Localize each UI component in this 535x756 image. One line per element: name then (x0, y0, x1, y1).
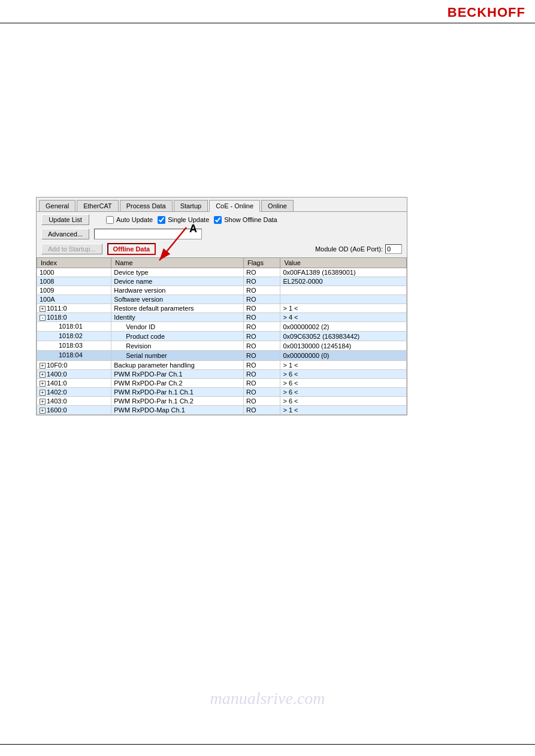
tab-startup[interactable]: Startup (174, 200, 208, 211)
module-od-input[interactable] (385, 244, 402, 254)
cell-value: > 6 < (280, 387, 407, 396)
cell-value: > 6 < (280, 378, 407, 387)
cell-index: -1018:0 (37, 313, 111, 322)
expand-icon[interactable]: + (40, 372, 46, 378)
index-value: 1403:0 (47, 397, 67, 405)
expand-icon[interactable]: + (40, 408, 46, 414)
tree-line (52, 323, 58, 330)
add-to-startup-button[interactable]: Add to Startup... (41, 244, 102, 254)
table-row[interactable]: 1009Hardware versionRO (37, 286, 407, 295)
auto-update-label: Auto Update (116, 216, 153, 223)
cell-index: 1018:04 (37, 351, 111, 360)
tree-line (52, 342, 58, 350)
table-row[interactable]: 1018:03RevisionRO0x00130000 (1245184) (37, 341, 407, 351)
cell-name: Identity (111, 313, 244, 322)
cell-name: Serial number (111, 351, 244, 360)
cell-name: PWM RxPDO-Map Ch.1 (111, 406, 244, 415)
cell-name: Revision (111, 341, 244, 351)
show-offline-data-checkbox[interactable] (214, 216, 222, 224)
cell-index: 1009 (37, 286, 111, 295)
cell-value: 0x00000002 (2) (280, 322, 407, 332)
update-list-button[interactable]: Update List (41, 214, 89, 225)
cell-name: PWM RxPDO-Par h.1 Ch.2 (111, 396, 244, 405)
table-row[interactable]: -1018:0IdentityRO> 4 < (37, 313, 407, 322)
tree-line (52, 353, 58, 360)
cell-flags: RO (244, 406, 280, 415)
cell-flags: RO (244, 341, 280, 351)
table-row[interactable]: 1018:02Product codeRO0x09C63052 (1639834… (37, 332, 407, 341)
cell-index: 1018:03 (37, 341, 111, 351)
cell-flags: RO (244, 286, 280, 295)
tab-process-data[interactable]: Process Data (120, 200, 173, 211)
expand-icon[interactable]: + (40, 390, 46, 396)
col-index: Index (37, 258, 111, 268)
expand-icon[interactable]: + (40, 306, 46, 312)
advanced-input (94, 229, 202, 239)
data-table: Index Name Flags Value 1000Device typeRO… (37, 257, 407, 415)
cell-index: +1011:0 (37, 304, 111, 313)
toolbar-row2: Advanced... (37, 227, 407, 242)
single-update-checkbox[interactable] (158, 216, 165, 224)
table-row[interactable]: +1600:0PWM RxPDO-Map Ch.1RO> 1 < (37, 406, 407, 415)
offline-data-button[interactable]: Offline Data (107, 243, 156, 255)
cell-flags: RO (244, 387, 280, 396)
module-od-group: Module OD (AoE Port): (315, 244, 402, 254)
table-row[interactable]: +1401:0PWM RxPDO-Par Ch.2RO> 6 < (37, 378, 407, 387)
cell-value (280, 295, 407, 304)
show-offline-data-label: Show Offline Data (224, 216, 277, 223)
cell-name: Backup parameter handling (111, 360, 244, 369)
cell-name: Software version (111, 295, 244, 304)
collapse-icon[interactable]: - (40, 315, 46, 321)
index-value: 1600:0 (47, 406, 67, 414)
table-row[interactable]: 1018:01Vendor IDRO0x00000002 (2) (37, 322, 407, 332)
index-value: 1011:0 (47, 305, 67, 312)
index-value: 1401:0 (47, 379, 67, 387)
tab-coe-online[interactable]: CoE - Online (209, 200, 260, 212)
beckhoff-logo: BECKHOFF (448, 5, 525, 20)
cell-name: PWM RxPDO-Par Ch.1 (111, 369, 244, 378)
cell-name: Restore default parameters (111, 304, 244, 313)
table-header-row: Index Name Flags Value (37, 258, 407, 268)
table-row[interactable]: 1018:04Serial numberRO0x00000000 (0) (37, 351, 407, 360)
tabs-bar: General EtherCAT Process Data Startup Co… (37, 198, 407, 212)
header: BECKHOFF (0, 0, 535, 23)
cell-flags: RO (244, 360, 280, 369)
table-row[interactable]: +10F0:0Backup parameter handlingRO> 1 < (37, 360, 407, 369)
expand-icon[interactable]: + (40, 363, 46, 369)
cell-flags: RO (244, 313, 280, 322)
cell-index: +1600:0 (37, 406, 111, 415)
cell-name: PWM RxPDO-Par Ch.2 (111, 378, 244, 387)
tree-line (52, 333, 58, 340)
cell-value: > 1 < (280, 304, 407, 313)
cell-index: 1008 (37, 277, 111, 286)
cell-name: Device name (111, 277, 244, 286)
tab-general[interactable]: General (39, 200, 75, 211)
table-row[interactable]: +1400:0PWM RxPDO-Par Ch.1RO> 6 < (37, 369, 407, 378)
cell-index: 100A (37, 295, 111, 304)
table-row[interactable]: 1008Device nameROEL2502-0000 (37, 277, 407, 286)
advanced-button[interactable]: Advanced... (41, 229, 89, 239)
table-row[interactable]: +1403:0PWM RxPDO-Par h.1 Ch.2RO> 6 < (37, 396, 407, 405)
index-value: 1018:01 (59, 323, 83, 330)
index-value: 1400:0 (47, 371, 67, 378)
table-row[interactable]: +1402:0PWM RxPDO-Par h.1 Ch.1RO> 6 < (37, 387, 407, 396)
table-row[interactable]: 1000Device typeRO0x00FA1389 (16389001) (37, 268, 407, 277)
index-value: 1008 (40, 278, 54, 285)
tab-online[interactable]: Online (261, 200, 294, 211)
auto-update-checkbox[interactable] (106, 216, 114, 224)
toolbar-row3: Add to Startup... Offline Data Module OD… (37, 242, 407, 257)
cell-value: 0x00000000 (0) (280, 351, 407, 360)
table-row[interactable]: +1011:0Restore default parametersRO> 1 < (37, 304, 407, 313)
cell-value (280, 286, 407, 295)
expand-icon[interactable]: + (40, 381, 46, 387)
tab-ethercat[interactable]: EtherCAT (77, 200, 118, 211)
cell-value: > 1 < (280, 406, 407, 415)
cell-value: > 1 < (280, 360, 407, 369)
toolbar-row1: Update List Auto Update Single Update Sh… (37, 212, 407, 227)
expand-icon[interactable]: + (40, 399, 46, 405)
table-row[interactable]: 100ASoftware versionRO (37, 295, 407, 304)
cell-name: Hardware version (111, 286, 244, 295)
cell-index: +1400:0 (37, 369, 111, 378)
cell-index: +1401:0 (37, 378, 111, 387)
panel: General EtherCAT Process Data Startup Co… (36, 197, 407, 415)
